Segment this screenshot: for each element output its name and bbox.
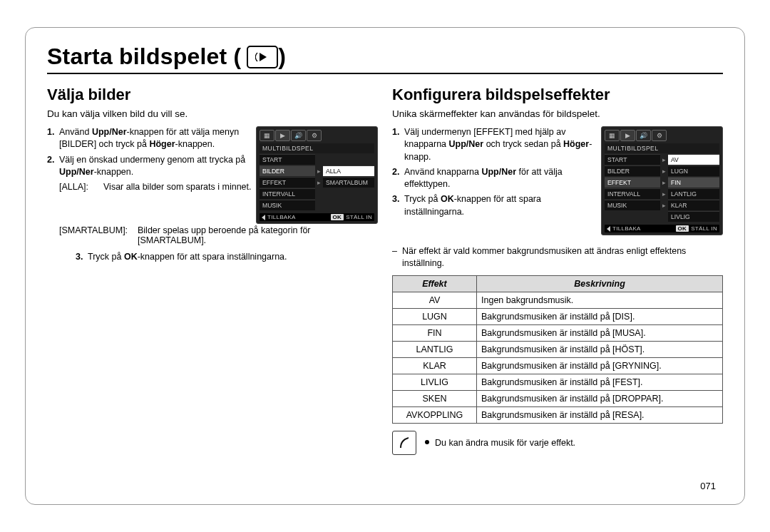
left-kv-alla: [ALLA]: Visar alla bilder som sparats i … <box>59 181 256 193</box>
chevron-right-icon: ▸ <box>662 202 666 209</box>
note-text: När effekt är vald kommer bakgrundsmusik… <box>402 245 723 270</box>
chevron-right-icon: ▸ <box>662 179 666 186</box>
lcd-title: MULTIBILDSPEL <box>605 143 719 153</box>
triangle-left-icon <box>262 215 265 220</box>
lcd-set: OKSTÄLL IN <box>676 225 717 232</box>
step-text: Tryck på OK-knappen för att spara instäl… <box>88 251 287 263</box>
cell-effect: LANTLIG <box>393 341 477 357</box>
right-intro: Unika skärmeffekter kan användas för bil… <box>392 108 723 119</box>
right-step-3: 3. Tryck på OK-knappen för att spara ins… <box>392 193 601 218</box>
lcd-title: MULTIBILDSPEL <box>260 143 374 153</box>
left-column: Välja bilder Du kan välja vilken bild du… <box>47 86 378 455</box>
chevron-right-icon: ▸ <box>662 156 666 163</box>
lcd-sub-item: FIN <box>668 177 719 188</box>
lcd-footer: TILLBAKA OKSTÄLL IN <box>260 213 374 221</box>
lcd-item: BILDER <box>605 165 660 176</box>
lcd-tab-sound-icon: 🔊 <box>291 130 306 141</box>
right-column: Konfigurera bildspelseffekter Unika skär… <box>378 86 723 455</box>
lcd-box: ▦ ▶ 🔊 ⚙ MULTIBILDSPEL START▸AV BILDER▸LU… <box>601 126 723 235</box>
left-body: 1. Använd Upp/Ner-knappen för att välja … <box>47 126 378 224</box>
ok-badge: OK <box>676 225 689 232</box>
step-number: 1. <box>47 126 59 151</box>
table-row: AVKOPPLINGBakgrundsmusiken är inställd p… <box>393 406 723 423</box>
step-number: 3. <box>76 251 88 263</box>
left-heading: Välja bilder <box>47 86 378 104</box>
step-text: Använd knapparna Upp/Ner för att välja e… <box>404 166 601 191</box>
title-suffix: ) <box>278 44 286 70</box>
table-row: LUGNBakgrundsmusiken är inställd på [DIS… <box>393 308 723 324</box>
lcd-footer: TILLBAKA OKSTÄLL IN <box>605 225 719 232</box>
lcd-tabs: ▦ ▶ 🔊 ⚙ <box>605 130 719 141</box>
lcd-sub-item: LANTLIG <box>668 188 719 199</box>
tip-row: Du kan ändra musik för varje effekt. <box>392 431 723 455</box>
cell-effect: AV <box>393 292 477 308</box>
th-effect: Effekt <box>393 275 477 292</box>
cell-effect: AVKOPPLING <box>393 406 477 423</box>
lcd-item: INTERVALL <box>605 188 660 199</box>
right-heading: Konfigurera bildspelseffekter <box>392 86 723 104</box>
table-row: SKENBakgrundsmusiken är inställd på [DRO… <box>393 390 723 406</box>
page-title-row: Starta bildspelet ( ) <box>47 44 723 78</box>
right-steps: 1. Välj undermenyn [EFFEKT] med hjälp av… <box>392 126 601 221</box>
left-step-3: 3. Tryck på OK-knappen för att spara ins… <box>76 251 378 263</box>
right-step-1: 1. Välj undermenyn [EFFEKT] med hjälp av… <box>392 126 601 163</box>
dash-icon: – <box>392 245 402 270</box>
lcd-sub-item: LIVLIG <box>668 211 719 222</box>
chevron-right-icon: ▸ <box>317 168 321 175</box>
table-row: AVIngen bakgrundsmusik. <box>393 292 723 308</box>
svg-marker-0 <box>260 53 267 61</box>
kv-key: [ALLA]: <box>59 181 103 193</box>
cell-desc: Ingen bakgrundsmusik. <box>477 292 723 308</box>
right-step-2: 2. Använd knapparna Upp/Ner för att välj… <box>392 166 601 191</box>
lcd-item: EFFEKT <box>260 177 315 188</box>
note-icon <box>392 431 416 455</box>
step-text: Använd Upp/Ner-knappen för att välja men… <box>59 126 256 151</box>
bullet-icon <box>425 440 429 444</box>
title-rule <box>47 73 723 74</box>
effects-table: Effekt Beskrivning AVIngen bakgrundsmusi… <box>392 275 723 424</box>
slideshow-icon <box>247 46 278 68</box>
lcd-item: MUSIK <box>605 200 660 210</box>
left-steps: 1. Använd Upp/Ner-knappen för att välja … <box>47 126 256 193</box>
lcd-sub-item: KLAR <box>668 200 719 210</box>
chevron-right-icon: ▸ <box>662 168 666 175</box>
triangle-left-icon <box>607 226 610 232</box>
lcd-item: MUSIK <box>260 200 315 210</box>
left-step-1: 1. Använd Upp/Ner-knappen för att välja … <box>47 126 256 151</box>
step-text: Välj undermenyn [EFFEKT] med hjälp av kn… <box>404 126 601 163</box>
lcd-tab-play-icon: ▶ <box>620 130 635 141</box>
table-row: FINBakgrundsmusiken är inställd på [MUSA… <box>393 324 723 341</box>
lcd-sub-item: SMARTALBUM <box>323 177 374 188</box>
title-text: Starta bildspelet ( <box>47 44 241 70</box>
th-desc: Beskrivning <box>477 275 723 292</box>
cell-effect: KLAR <box>393 357 477 374</box>
lcd-preview-right: ▦ ▶ 🔊 ⚙ MULTIBILDSPEL START▸AV BILDER▸LU… <box>601 126 723 235</box>
lcd-tab-gear-icon: ⚙ <box>652 130 667 141</box>
cell-desc: Bakgrundsmusiken är inställd på [DROPPAR… <box>477 390 723 406</box>
step-text: Tryck på OK-knappen för att spara instäl… <box>404 193 601 218</box>
cell-effect: SKEN <box>393 390 477 406</box>
left-kv-smart: [SMARTALBUM]: Bilder spelas upp beroende… <box>59 225 378 245</box>
step-number: 2. <box>392 166 404 191</box>
lcd-tab-play-icon: ▶ <box>275 130 290 141</box>
chevron-right-icon: ▸ <box>317 179 321 186</box>
page-title: Starta bildspelet ( ) <box>47 44 723 70</box>
tip-text: Du kan ändra musik för varje effekt. <box>425 438 575 448</box>
cell-effect: LUGN <box>393 308 477 324</box>
left-intro: Du kan välja vilken bild du vill se. <box>47 108 378 119</box>
lcd-box: ▦ ▶ 🔊 ⚙ MULTIBILDSPEL START BILDER ▸ALLA <box>256 126 378 224</box>
step-text: Välj en önskad undermeny genom att tryck… <box>59 154 256 179</box>
cell-desc: Bakgrundsmusiken är inställd på [MUSA]. <box>477 324 723 341</box>
cell-effect: LIVLIG <box>393 374 477 390</box>
lcd-back: TILLBAKA <box>607 225 641 232</box>
cell-desc: Bakgrundsmusiken är inställd på [RESA]. <box>477 406 723 423</box>
kv-val: Visar alla bilder som sparats i minnet. <box>103 181 256 193</box>
left-step-2: 2. Välj en önskad undermeny genom att tr… <box>47 154 256 179</box>
step-number: 2. <box>47 154 59 179</box>
lcd-item: INTERVALL <box>260 188 315 199</box>
chevron-right-icon: ▸ <box>662 190 666 198</box>
cell-effect: FIN <box>393 324 477 341</box>
ok-badge: OK <box>331 214 344 220</box>
step-number: 1. <box>392 126 404 163</box>
lcd-preview-left: ▦ ▶ 🔊 ⚙ MULTIBILDSPEL START BILDER ▸ALLA <box>256 126 378 224</box>
